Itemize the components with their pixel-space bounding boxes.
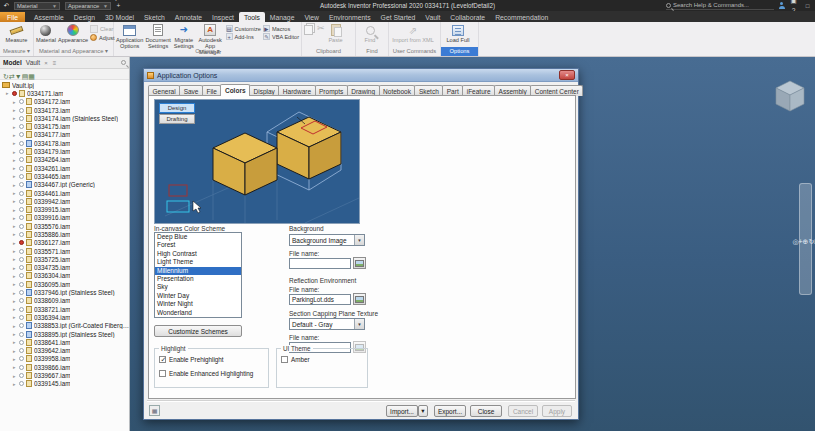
expander-icon[interactable]: ▸ [13, 157, 17, 163]
ribbon-tab[interactable]: Design [69, 12, 100, 22]
tree-item[interactable]: ▸ 0339866.iam [0, 363, 129, 371]
tree-item[interactable]: ▸ 0338641.iam [0, 338, 129, 346]
ribbon-tab[interactable]: Vault [420, 12, 445, 22]
drafting-mode-button[interactable]: Drafting [159, 114, 195, 124]
ribbon-tab[interactable]: Assemble [29, 12, 69, 22]
tree-item[interactable]: ▸ 0339915.iam [0, 205, 129, 213]
tree-item[interactable]: ▸ 0334467.ipt (Generic) [0, 181, 129, 189]
ribbon-tab[interactable]: Tools [239, 12, 265, 22]
panel-label-options[interactable]: Options ▾ [114, 47, 301, 56]
export-button[interactable]: Export... [434, 405, 466, 417]
ribbon-tab[interactable]: Manage [265, 12, 300, 22]
customize-schemes-button[interactable]: Customize Schemes [154, 325, 242, 337]
color-scheme-list[interactable]: Deep BlueForestHigh ContrastLight ThemeM… [154, 232, 242, 318]
file-menu-button[interactable]: File [0, 12, 25, 22]
tree-item[interactable]: ▸ 0339667.iam [0, 371, 129, 379]
expander-icon[interactable]: ▸ [13, 364, 17, 370]
ribbon-tab[interactable]: 3D Model [100, 12, 139, 22]
ribbon-tab[interactable]: View [299, 12, 324, 22]
tree-item[interactable]: ▸ 0336304.iam [0, 272, 129, 280]
tree-item[interactable]: ▸ 0339958.iam [0, 355, 129, 363]
panel-label-measure[interactable]: Measure ▾ [0, 47, 33, 56]
add-icon[interactable]: + [114, 1, 123, 10]
dialog-close-button[interactable]: × [559, 70, 575, 80]
expander-icon[interactable]: ▸ [13, 182, 17, 188]
tree-item[interactable]: ▸ 0335576.iam [0, 222, 129, 230]
expander-icon[interactable]: ▸ [13, 356, 17, 362]
scheme-option[interactable]: Light Theme [155, 258, 241, 266]
tree-item[interactable]: ▸ 0335886.iam [0, 230, 129, 238]
ribbon-tab[interactable]: Environments [324, 12, 376, 22]
chevron-down-icon[interactable]: ▼ [354, 235, 364, 245]
ribbon-tab[interactable]: Get Started [376, 12, 421, 22]
reflection-browse-button[interactable] [353, 293, 366, 305]
browser-close-icon[interactable]: × [44, 60, 48, 66]
dialog-titlebar[interactable]: Application Options × [144, 69, 578, 82]
prehighlight-checkbox[interactable] [159, 356, 166, 363]
expander-icon[interactable]: ▸ [13, 215, 17, 221]
import-button[interactable]: Import... [386, 405, 418, 417]
tree-item[interactable]: ▸ 0334174.iam (Stainless Steel) [0, 114, 129, 122]
tree-item[interactable]: ▸ 0336394.iam [0, 313, 129, 321]
expander-icon[interactable]: ▸ [13, 198, 17, 204]
panel-label-vault-options[interactable]: Options [441, 47, 478, 56]
expander-icon[interactable]: ▸ [13, 173, 17, 179]
tree-item[interactable]: ▸ 0334179.iam [0, 147, 129, 155]
expander-icon[interactable]: ▸ [13, 207, 17, 213]
expander-icon[interactable]: ▸ [13, 281, 17, 287]
tree-item[interactable]: ▸ 0339942.iam [0, 197, 129, 205]
ribbon-tab[interactable]: Annotate [170, 12, 207, 22]
tree-item[interactable]: ▸ 0334461.iam [0, 189, 129, 197]
expander-icon[interactable]: ▸ [13, 223, 17, 229]
background-filename-field[interactable] [289, 258, 351, 269]
tree-item[interactable]: ▸ 0339642.iam [0, 347, 129, 355]
ribbon-tab[interactable]: Collaborate [445, 12, 490, 22]
ribbon-tab[interactable]: Inspect [207, 12, 239, 22]
expander-icon[interactable]: ▸ [13, 115, 17, 121]
tree-item[interactable]: ▸ 0334735.iam [0, 264, 129, 272]
import-from-xml-button[interactable]: ⇗ Import from XML [391, 23, 435, 43]
tree-item[interactable]: ▸ 0338609.iam [0, 297, 129, 305]
panel-label-clipboard[interactable]: Clipboard [302, 47, 355, 56]
paste-button[interactable]: Paste [327, 23, 345, 43]
account-icon[interactable] [778, 2, 785, 9]
expander-icon[interactable]: ▸ [13, 190, 17, 196]
delete-icon[interactable]: ▦ [28, 73, 35, 80]
expander-icon[interactable]: ▸ [13, 231, 17, 237]
scheme-option[interactable]: Millennium [155, 267, 241, 275]
expander-icon[interactable]: ▸ [13, 132, 17, 138]
expander-icon[interactable]: ▸ [13, 331, 17, 337]
macros-button[interactable]: ▶Macros [263, 25, 299, 32]
material-button[interactable]: Material [36, 23, 56, 43]
filter-icon[interactable]: ▼ [15, 73, 22, 80]
find-button[interactable]: Find [358, 23, 382, 43]
tree-item[interactable]: ▸ 0337946.ipt (Stainless Steel) [0, 288, 129, 296]
tree-item[interactable]: ▸ 0336127.iam [0, 239, 129, 247]
scheme-option[interactable]: Presentation [155, 275, 241, 283]
expander-icon[interactable]: ▸ [13, 99, 17, 105]
scheme-option[interactable]: Forest [155, 241, 241, 249]
expander-icon[interactable]: ▸ [13, 290, 17, 296]
material-combo[interactable]: Material▼ [14, 2, 60, 10]
tree-item[interactable]: ▸ 0339145.iam [0, 380, 129, 388]
add-ins-button[interactable]: +Add-Ins [226, 33, 261, 40]
expander-icon[interactable]: ▸ [13, 248, 17, 254]
browser-menu-icon[interactable]: ≡ [53, 60, 57, 66]
expander-icon[interactable]: ▸ [6, 90, 10, 96]
tree-item[interactable]: ▸ 0334177.iam [0, 131, 129, 139]
expander-icon[interactable]: ▸ [13, 256, 17, 262]
expander-icon[interactable]: ▸ [13, 240, 17, 246]
tree-item[interactable]: ▸ 0334172.iam [0, 98, 129, 106]
tree-item[interactable]: ▸ 0334261.iam [0, 164, 129, 172]
background-browse-button[interactable] [353, 257, 366, 269]
scheme-option[interactable]: Winter Night [155, 300, 241, 308]
document-settings-button[interactable]: Document Settings [145, 23, 171, 49]
application-options-button[interactable]: Application Options [116, 23, 143, 49]
expander-icon[interactable]: ▸ [13, 348, 17, 354]
background-combo[interactable]: Background Image ▼ [289, 234, 365, 246]
dialog-corner-icon[interactable]: ▦ [149, 405, 160, 416]
expander-icon[interactable]: ▸ [13, 107, 17, 113]
tree-item[interactable]: ▸ 0334175.iam [0, 122, 129, 130]
amber-checkbox[interactable] [281, 356, 288, 363]
expander-icon[interactable]: ▸ [13, 298, 17, 304]
